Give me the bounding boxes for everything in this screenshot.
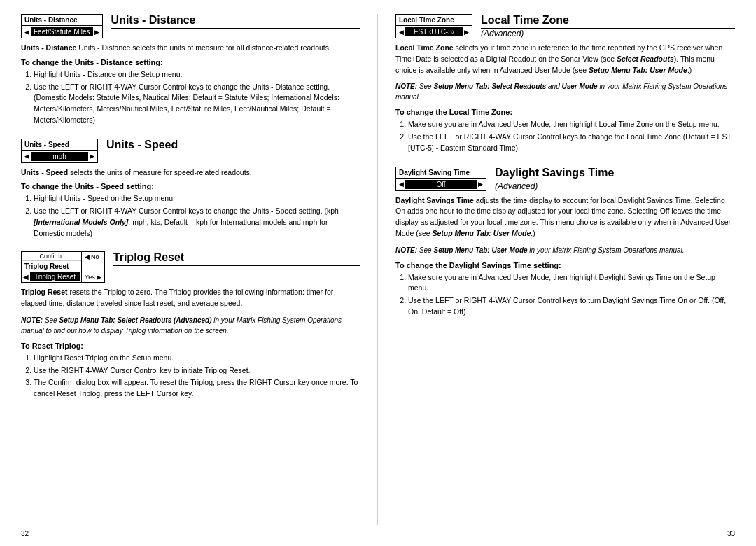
dst-note-text: NOTE: See Setup Menu Tab: User Mode in y… bbox=[396, 245, 735, 255]
triplog-step-2: Use the RIGHT 4-WAY Cursor Control key t… bbox=[34, 365, 360, 377]
local-time-zone-header: Local Time Zone ◀ EST ‹UTC-5› ▶ Local Ti… bbox=[396, 14, 735, 38]
daylight-saving-header: Daylight Saving Time ◀ Off ▶ Daylight Sa… bbox=[396, 167, 735, 191]
units-distance-header: Units - Distance ◀ Feet/Statute Miles ▶ … bbox=[21, 14, 360, 38]
local-time-zone-selector[interactable]: ◀ EST ‹UTC-5› ▶ bbox=[396, 26, 472, 38]
triplog-no-btn[interactable]: ◀ No bbox=[85, 253, 102, 260]
triplog-step-3: The Confirm dialog box will appear. To r… bbox=[34, 377, 360, 400]
daylight-saving-selector[interactable]: ◀ Off ▶ bbox=[396, 178, 486, 190]
units-distance-change-heading: To change the Units - Distance setting: bbox=[21, 58, 360, 66]
triplog-main: Confirm: Triplog Reset ◀ Triplog Reset bbox=[22, 252, 82, 282]
triplog-selector[interactable]: ◀ Triplog Reset bbox=[22, 272, 81, 282]
daylight-saving-widget: Daylight Saving Time ◀ Off ▶ bbox=[396, 167, 486, 191]
dst-note: NOTE: See Setup Menu Tab: User Mode in y… bbox=[396, 245, 735, 255]
local-tz-step-2: Use the LEFT or RIGHT 4-WAY Cursor Contr… bbox=[408, 132, 735, 154]
units-speed-desc: Units - Speed selects the units of measu… bbox=[21, 167, 360, 178]
units-distance-step-1: Highlight Units - Distance on the Setup … bbox=[34, 69, 360, 80]
units-speed-step-1: Highlight Units - Speed on the Setup men… bbox=[34, 193, 360, 204]
triplog-value: Triplog Reset bbox=[30, 272, 80, 281]
local-time-zone-desc: Local Time Zone selects your time zone i… bbox=[396, 43, 735, 76]
triplog-yes-arrow[interactable]: ▶ bbox=[97, 274, 102, 281]
triplog-no-arrow[interactable]: ◀ bbox=[85, 253, 90, 260]
triplog-bold: Triplog Reset bbox=[21, 288, 68, 296]
triplog-note: NOTE: See Setup Menu Tab: Select Readout… bbox=[21, 315, 360, 336]
units-distance-title: Units - Distance bbox=[111, 14, 360, 29]
local-tz-note-text: NOTE: See Setup Menu Tab: Select Readout… bbox=[396, 81, 735, 102]
units-speed-left-arrow[interactable]: ◀ bbox=[24, 153, 29, 160]
local-time-zone-section: Local Time Zone ◀ EST ‹UTC-5› ▶ Local Ti… bbox=[396, 14, 735, 154]
dst-value: Off bbox=[405, 180, 477, 189]
local-time-zone-widget: Local Time Zone ◀ EST ‹UTC-5› ▶ bbox=[396, 14, 472, 38]
local-time-zone-advanced: (Advanced) bbox=[481, 29, 735, 38]
units-speed-steps: Highlight Units - Speed on the Setup men… bbox=[21, 193, 360, 239]
units-speed-title: Units - Speed bbox=[106, 139, 360, 153]
page-number-right: 33 bbox=[727, 530, 735, 538]
units-speed-widget-title: Units - Speed bbox=[22, 139, 97, 150]
daylight-saving-section: Daylight Saving Time ◀ Off ▶ Daylight Sa… bbox=[396, 167, 735, 318]
triplog-left-arrow[interactable]: ◀ bbox=[23, 273, 29, 281]
dst-left-arrow[interactable]: ◀ bbox=[399, 181, 404, 188]
triplog-reset-heading: To Reset Triplog: bbox=[21, 342, 360, 350]
triplog-note-text: NOTE: See Setup Menu Tab: Select Readout… bbox=[21, 315, 360, 336]
units-distance-desc: Units - Distance Units - Distance select… bbox=[21, 43, 360, 54]
units-speed-value: mph bbox=[31, 152, 88, 161]
units-distance-left-arrow[interactable]: ◀ bbox=[24, 29, 29, 36]
triplog-reset-steps: Highlight Reset Triplog on the Setup men… bbox=[21, 353, 360, 400]
units-distance-bold: Units - Distance bbox=[21, 43, 76, 52]
triplog-label: Triplog Reset bbox=[22, 261, 81, 272]
triplog-reset-header: Confirm: Triplog Reset ◀ Triplog Reset ◀… bbox=[21, 251, 360, 283]
dst-steps: Make sure you are in Advanced User Mode,… bbox=[396, 272, 735, 318]
dst-right-arrow[interactable]: ▶ bbox=[478, 181, 483, 188]
units-distance-widget: Units - Distance ◀ Feet/Statute Miles ▶ bbox=[21, 14, 103, 38]
units-speed-change-heading: To change the Units - Speed setting: bbox=[21, 182, 360, 190]
triplog-yes-btn[interactable]: Yes ▶ bbox=[85, 274, 102, 281]
units-distance-widget-title: Units - Distance bbox=[22, 15, 102, 26]
daylight-saving-widget-title: Daylight Saving Time bbox=[396, 167, 486, 178]
units-speed-section: Units - Speed ◀ mph ▶ Units - Speed Unit… bbox=[21, 139, 360, 239]
local-tz-value: EST ‹UTC-5› bbox=[405, 27, 463, 36]
local-time-zone-widget-title: Local Time Zone bbox=[396, 15, 472, 26]
units-distance-section: Units - Distance ◀ Feet/Statute Miles ▶ … bbox=[21, 14, 360, 126]
local-tz-change-heading: To change the Local Time Zone: bbox=[396, 108, 735, 116]
units-distance-steps: Highlight Units - Distance on the Setup … bbox=[21, 69, 360, 126]
triplog-reset-desc: Triplog Reset resets the Triplog to zero… bbox=[21, 287, 360, 309]
page-number-left: 32 bbox=[21, 530, 29, 538]
units-speed-bold: Units - Speed bbox=[21, 168, 68, 176]
daylight-saving-title-block: Daylight Savings Time (Advanced) bbox=[495, 167, 735, 191]
right-column: Local Time Zone ◀ EST ‹UTC-5› ▶ Local Ti… bbox=[378, 14, 735, 525]
units-distance-selector[interactable]: ◀ Feet/Statute Miles ▶ bbox=[22, 26, 102, 38]
triplog-yes-label: Yes bbox=[85, 274, 95, 281]
triplog-widget: Confirm: Triplog Reset ◀ Triplog Reset ◀… bbox=[21, 251, 105, 283]
local-time-zone-title-block: Local Time Zone (Advanced) bbox=[481, 14, 735, 38]
units-distance-right-arrow[interactable]: ▶ bbox=[94, 29, 99, 36]
local-tz-step-1: Make sure you are in Advanced User Mode,… bbox=[408, 119, 735, 130]
dst-step-2: Use the LEFT or RIGHT 4-WAY Cursor Contr… bbox=[408, 295, 735, 318]
local-tz-steps: Make sure you are in Advanced User Mode,… bbox=[396, 119, 735, 153]
triplog-confirm: Confirm: bbox=[22, 252, 81, 261]
units-speed-step-2: Use the LEFT or RIGHT 4-WAY Cursor Contr… bbox=[34, 206, 360, 239]
units-speed-widget: Units - Speed ◀ mph ▶ bbox=[21, 139, 98, 163]
triplog-reset-section: Confirm: Triplog Reset ◀ Triplog Reset ◀… bbox=[21, 251, 360, 400]
triplog-reset-title: Triplog Reset bbox=[113, 251, 360, 266]
dst-step-1: Make sure you are in Advanced User Mode,… bbox=[408, 272, 735, 295]
local-time-zone-title: Local Time Zone bbox=[481, 14, 735, 29]
units-distance-step-2: Use the LEFT or RIGHT 4-WAY Cursor Contr… bbox=[34, 82, 360, 126]
daylight-saving-advanced: (Advanced) bbox=[495, 181, 735, 191]
triplog-no-label: No bbox=[91, 253, 99, 260]
triplog-step-1: Highlight Reset Triplog on the Setup men… bbox=[34, 353, 360, 364]
units-speed-selector[interactable]: ◀ mph ▶ bbox=[22, 150, 97, 162]
local-tz-left-arrow[interactable]: ◀ bbox=[399, 29, 404, 36]
triplog-side: ◀ No Yes ▶ bbox=[82, 252, 104, 282]
units-speed-right-arrow[interactable]: ▶ bbox=[90, 153, 94, 160]
local-tz-note: NOTE: See Setup Menu Tab: Select Readout… bbox=[396, 81, 735, 102]
units-distance-value: Feet/Statute Miles bbox=[31, 27, 93, 36]
local-tz-right-arrow[interactable]: ▶ bbox=[464, 29, 469, 36]
triplog-top: Confirm: Triplog Reset ◀ Triplog Reset ◀… bbox=[22, 252, 104, 282]
units-speed-header: Units - Speed ◀ mph ▶ Units - Speed bbox=[21, 139, 360, 163]
daylight-saving-title: Daylight Savings Time bbox=[495, 167, 735, 181]
daylight-saving-desc: Daylight Savings Time adjusts the time d… bbox=[396, 195, 735, 239]
dst-change-heading: To change the Daylight Savings Time sett… bbox=[396, 261, 735, 270]
left-column: Units - Distance ◀ Feet/Statute Miles ▶ … bbox=[21, 14, 378, 525]
